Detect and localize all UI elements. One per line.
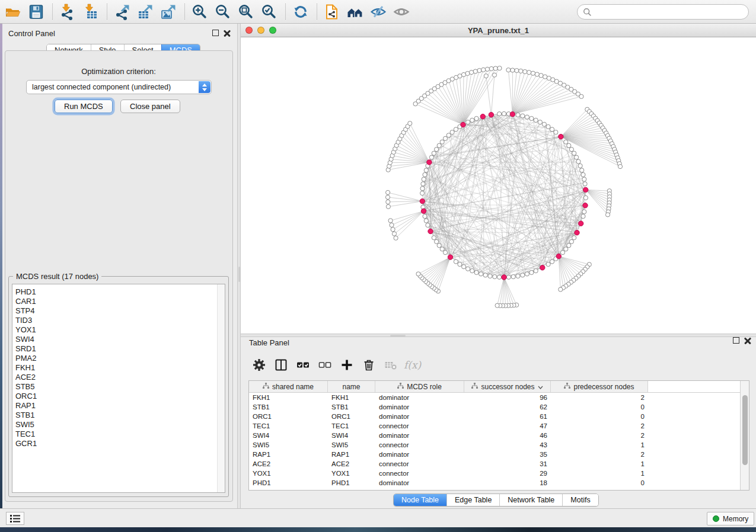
graph-node[interactable] — [462, 265, 466, 269]
table-row-FKH1[interactable]: FKH1FKH1dominator962 — [249, 393, 749, 402]
graph-node[interactable] — [443, 136, 447, 140]
network-graph[interactable] — [241, 37, 756, 334]
graph-mcds-node[interactable] — [489, 113, 493, 117]
graph-node[interactable] — [575, 155, 579, 159]
graph-node[interactable] — [458, 262, 462, 267]
graph-leaf-node[interactable] — [477, 68, 481, 72]
table-row-RAP1[interactable]: RAP1RAP1dominator352 — [249, 450, 749, 459]
add-column-icon[interactable] — [340, 358, 353, 371]
graph-node[interactable] — [580, 168, 584, 172]
graph-mcds-node[interactable] — [510, 112, 515, 117]
column-header-mcds_role[interactable]: MCDS role — [375, 381, 464, 392]
graph-mcds-node[interactable] — [461, 122, 465, 127]
graph-node[interactable] — [470, 269, 474, 273]
graph-leaf-node[interactable] — [484, 74, 488, 78]
graph-node[interactable] — [443, 251, 447, 255]
graph-node[interactable] — [567, 243, 571, 248]
result-node-item[interactable]: CAR1 — [15, 297, 225, 306]
graph-node[interactable] — [420, 191, 425, 196]
graph-node[interactable] — [583, 196, 588, 200]
column-header-successor_nodes[interactable]: successor nodes — [464, 381, 551, 392]
column-layout-icon[interactable] — [275, 358, 288, 371]
graph-node[interactable] — [435, 239, 439, 243]
table-settings-icon[interactable] — [253, 358, 266, 371]
graph-node[interactable] — [581, 172, 585, 177]
graph-node[interactable] — [546, 124, 550, 129]
graph-mcds-node[interactable] — [559, 134, 563, 139]
graph-node[interactable] — [502, 111, 506, 116]
graph-node[interactable] — [432, 236, 436, 240]
graph-leaf-node[interactable] — [515, 69, 519, 73]
splitter-grip[interactable] — [238, 267, 240, 282]
graph-leaf-node[interactable] — [385, 195, 390, 199]
graph-leaf-node[interactable] — [473, 69, 477, 73]
graph-node[interactable] — [466, 267, 470, 271]
graph-node[interactable] — [572, 236, 576, 240]
table-row-ACE2[interactable]: ACE2ACE2connector311 — [249, 459, 749, 469]
graph-node[interactable] — [554, 130, 558, 134]
open-file-icon[interactable] — [5, 4, 21, 20]
graph-mcds-node[interactable] — [579, 221, 583, 226]
graph-leaf-node[interactable] — [386, 204, 390, 209]
result-node-item[interactable]: SWI4 — [15, 335, 225, 344]
graph-node[interactable] — [450, 130, 454, 134]
graph-node[interactable] — [474, 270, 479, 274]
table-row-TEC1[interactable]: TEC1TEC1connector472 — [249, 421, 749, 431]
graph-node[interactable] — [582, 177, 586, 181]
graph-leaf-node[interactable] — [539, 73, 543, 78]
graph-leaf-node[interactable] — [408, 121, 412, 126]
select-all-checkboxes-icon[interactable] — [296, 358, 310, 371]
table-row-YOX1[interactable]: YOX1YOX1connector291 — [249, 469, 749, 478]
graph-mcds-node[interactable] — [583, 187, 588, 192]
graph-leaf-node[interactable] — [535, 72, 539, 76]
graph-mcds-node[interactable] — [420, 198, 425, 203]
result-node-item[interactable]: TID3 — [15, 316, 225, 325]
graph-node[interactable] — [546, 262, 550, 267]
table-row-SWI4[interactable]: SWI4SWI4dominator462 — [249, 431, 749, 440]
scrollbar-thumb[interactable] — [742, 395, 748, 465]
graph-node[interactable] — [564, 140, 568, 144]
graph-node[interactable] — [560, 251, 564, 255]
search-field[interactable] — [577, 4, 749, 20]
result-list-scrollbar[interactable] — [217, 284, 225, 492]
table-scrollbar[interactable] — [740, 381, 749, 490]
graph-leaf-node[interactable] — [492, 73, 496, 77]
graph-leaf-node[interactable] — [493, 66, 497, 70]
graph-leaf-node[interactable] — [394, 236, 398, 240]
graph-node[interactable] — [516, 113, 520, 117]
close-panel-icon[interactable] — [744, 337, 751, 344]
graph-node[interactable] — [423, 172, 427, 177]
houses-icon[interactable] — [347, 4, 363, 20]
graph-leaf-node[interactable] — [605, 213, 610, 217]
window-zoom-icon[interactable] — [269, 27, 276, 34]
result-node-item[interactable]: STB1 — [15, 411, 225, 420]
result-node-item[interactable]: YOX1 — [15, 325, 225, 335]
graph-node[interactable] — [521, 114, 525, 118]
close-panel-button[interactable]: Close panel — [120, 100, 180, 113]
tab-network-table[interactable]: Network Table — [499, 494, 562, 506]
graph-leaf-node[interactable] — [470, 70, 474, 75]
column-header-name[interactable]: name — [328, 381, 375, 392]
graph-node[interactable] — [576, 159, 580, 164]
graph-node[interactable] — [424, 219, 428, 223]
graph-leaf-node[interactable] — [386, 190, 390, 194]
graph-node[interactable] — [488, 274, 492, 278]
graph-node[interactable] — [529, 270, 534, 274]
hide-eye-icon[interactable] — [370, 4, 387, 20]
tab-node-table[interactable]: Node Table — [394, 494, 446, 506]
graph-node[interactable] — [437, 243, 441, 248]
refresh-network-icon[interactable] — [292, 4, 309, 20]
search-input[interactable] — [592, 8, 748, 16]
graph-leaf-node[interactable] — [489, 66, 493, 70]
graph-leaf-node[interactable] — [392, 232, 396, 236]
graph-leaf-node[interactable] — [485, 67, 489, 71]
table-row-STB1[interactable]: STB1STB1dominator620 — [249, 402, 749, 412]
graph-leaf-node[interactable] — [579, 94, 583, 98]
splitter-grip[interactable] — [390, 335, 406, 336]
zoom-out-icon[interactable] — [215, 4, 231, 20]
graph-node[interactable] — [432, 151, 436, 155]
criterion-dropdown[interactable]: largest connected component (undirected) — [26, 80, 212, 94]
tab-edge-table[interactable]: Edge Table — [446, 494, 499, 506]
graph-node[interactable] — [506, 275, 511, 279]
result-node-item[interactable]: PMA2 — [15, 354, 225, 363]
